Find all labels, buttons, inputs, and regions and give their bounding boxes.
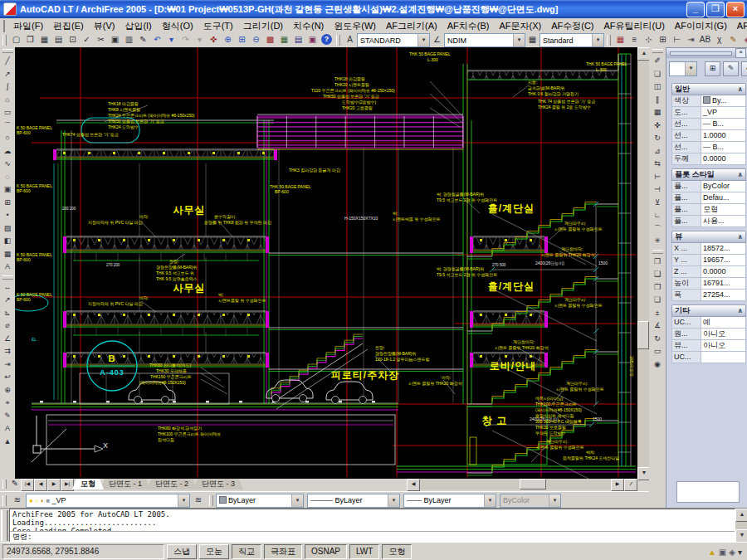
palette-row[interactable]: 플...사용...	[671, 216, 746, 227]
scroll-up-icon[interactable]: ▲	[735, 509, 747, 522]
palette-row[interactable]: X ...18572...	[671, 243, 746, 255]
draworder-front-icon[interactable]: ❐	[651, 256, 664, 269]
tab-prev-button[interactable]: ◀	[34, 479, 47, 491]
menu-item-4[interactable]: 형식(O)	[157, 19, 198, 33]
insert-block2-icon[interactable]: ▣	[1, 183, 14, 197]
dim-text-edit-icon[interactable]: A	[1, 422, 14, 436]
palette-section-header[interactable]: 일반∧	[671, 83, 746, 95]
toggle-LWT[interactable]: LWT	[349, 544, 379, 559]
hscroll-left-icon[interactable]: ◀	[407, 479, 420, 491]
sketch-icon[interactable]: ✎	[726, 34, 740, 46]
toggle-극좌표[interactable]: 극좌표	[264, 544, 302, 559]
redo-icon[interactable]: ↷	[178, 34, 193, 46]
tab-first-button[interactable]: |◀	[21, 479, 34, 491]
tab-단면도 - 3[interactable]: 단면도 - 3	[193, 479, 243, 489]
explode-icon[interactable]: ✳	[651, 235, 664, 248]
rectangle-icon[interactable]: ▭	[1, 106, 14, 119]
toolbar-grip[interactable]	[607, 35, 611, 46]
tolerance-icon[interactable]: ⊕	[1, 384, 14, 397]
center-mark-icon[interactable]: ⌖	[1, 397, 14, 410]
image-icon[interactable]: ▭	[651, 345, 664, 358]
chevron-down-icon[interactable]: ▾	[178, 494, 189, 507]
comm-icon[interactable]: ▣	[719, 548, 726, 557]
menu-item-8[interactable]: 윈도우(W)	[329, 19, 381, 33]
palette-row[interactable]: 원...아니오	[671, 329, 746, 340]
drawing-canvas[interactable]: 사무실사무실홀/계단실홀/계단실피로티/주차장로비/안내창 고BA-403XTH…	[15, 47, 637, 479]
pan-icon[interactable]: ✜	[207, 34, 221, 46]
palette-row[interactable]: 플...Defau...	[671, 192, 746, 204]
tab-단면도 - 1[interactable]: 단면도 - 1	[100, 479, 150, 489]
chevron-down-icon[interactable]: ▾	[417, 34, 429, 46]
chevron-down-icon[interactable]: ▾	[388, 494, 399, 507]
spline-icon[interactable]: ∿	[1, 158, 14, 171]
help-icon[interactable]: ?	[321, 34, 332, 45]
color-combo[interactable]: ByLayer ▾	[216, 494, 304, 508]
text-style-icon[interactable]: A	[343, 34, 357, 46]
region-icon[interactable]: ◧	[1, 235, 14, 248]
chevron-down-icon[interactable]: ▾	[291, 494, 303, 507]
scroll-down-icon[interactable]: ▼	[735, 529, 747, 543]
palette-grip[interactable]	[670, 51, 732, 56]
offset-icon[interactable]: ∥	[651, 94, 664, 107]
grid-settings-icon[interactable]: ⊞	[656, 34, 670, 46]
quick-select-icon[interactable]: ◆	[741, 61, 747, 76]
insert-block-icon[interactable]: ▦	[613, 34, 627, 46]
table-style-icon[interactable]: ▦	[525, 34, 540, 46]
tab-next-button[interactable]: ▶	[47, 479, 61, 491]
area-icon[interactable]: ∡	[651, 319, 664, 333]
hscroll-thumb[interactable]	[520, 479, 546, 489]
scale-text-icon[interactable]: χ	[712, 34, 726, 46]
erase-icon[interactable]: ✐	[651, 55, 664, 68]
linetype-combo[interactable]: ——— ByLayer ▾	[307, 494, 400, 508]
dim-angular-icon[interactable]: ∠	[1, 333, 14, 346]
save-icon[interactable]: ▦	[37, 34, 51, 46]
osnap-settings-icon[interactable]: ⊹	[642, 34, 656, 46]
menu-item-9[interactable]: AF그리기(A)	[381, 19, 442, 33]
tray-icon[interactable]: ◈	[729, 548, 735, 557]
open-icon[interactable]: ❒	[23, 34, 37, 46]
dim-aligned-icon[interactable]: ↗	[1, 294, 14, 307]
publish-icon[interactable]: ◈	[740, 34, 747, 46]
toolbar-grip[interactable]	[336, 35, 340, 46]
hscroll-right-icon[interactable]: ▶	[611, 479, 624, 491]
menu-item-11[interactable]: AF문자(X)	[494, 19, 546, 33]
palette-row[interactable]: 플...ByColor	[671, 181, 746, 192]
menu-item-3[interactable]: 삽입(I)	[120, 19, 156, 33]
extend-icon[interactable]: ⊣	[651, 183, 664, 197]
palette-title-bar[interactable]: ×	[666, 48, 747, 58]
toolbars-icon[interactable]: ▩	[263, 34, 277, 46]
palette-row[interactable]: 선...1.0000	[671, 130, 746, 142]
lineweight-combo[interactable]: —— ByLayer ▾	[403, 494, 496, 508]
draworder-above-icon[interactable]: ❒	[651, 281, 664, 295]
toggle-모형[interactable]: 모형	[382, 544, 412, 559]
zoom-previous-icon[interactable]: ⊖	[249, 34, 263, 46]
tab-모형[interactable]: 모형	[72, 479, 104, 489]
palette-row[interactable]: 도..._VP	[671, 107, 746, 119]
restore-button[interactable]: ❐	[706, 2, 725, 17]
object-type-combo[interactable]: ▾	[669, 61, 697, 76]
menu-item-5[interactable]: 도구(T)	[198, 19, 238, 33]
toggle-모눈[interactable]: 모눈	[199, 544, 229, 559]
menu-item-6[interactable]: 그리기(D)	[238, 19, 288, 33]
toolbar-grip[interactable]	[2, 480, 7, 489]
layer-combo[interactable]: ●○◐■_VP ▾	[26, 494, 190, 508]
distance-icon[interactable]: ⊢	[670, 34, 684, 46]
move-icon[interactable]: ✜	[651, 119, 664, 133]
chamfer-icon[interactable]: ∟	[651, 209, 664, 222]
quick-move-icon[interactable]: ⇥	[684, 34, 698, 46]
trim-icon[interactable]: ⊢	[651, 171, 664, 184]
polygon-icon[interactable]: ⌂	[1, 94, 14, 107]
toolbar-grip[interactable]	[2, 495, 7, 506]
table-style-combo[interactable]: Standard ▾	[540, 33, 604, 47]
menu-item-0[interactable]: 파일(F)	[8, 19, 48, 33]
paste-icon[interactable]: ▥	[122, 34, 136, 46]
rotate-icon[interactable]: ↻	[651, 132, 664, 145]
palette-row[interactable]: 뷰...아니오	[671, 340, 746, 352]
properties-icon[interactable]: ▤	[291, 34, 305, 46]
line-icon[interactable]: ╱	[1, 55, 14, 68]
palette-row[interactable]: Z ...0.0000	[671, 266, 746, 278]
table2-icon[interactable]: ▦	[1, 248, 14, 261]
ellipse-icon[interactable]: ◌	[1, 171, 14, 184]
undo-icon[interactable]: ↶	[150, 34, 164, 46]
menu-item-12[interactable]: AF수정(C)	[546, 19, 598, 33]
